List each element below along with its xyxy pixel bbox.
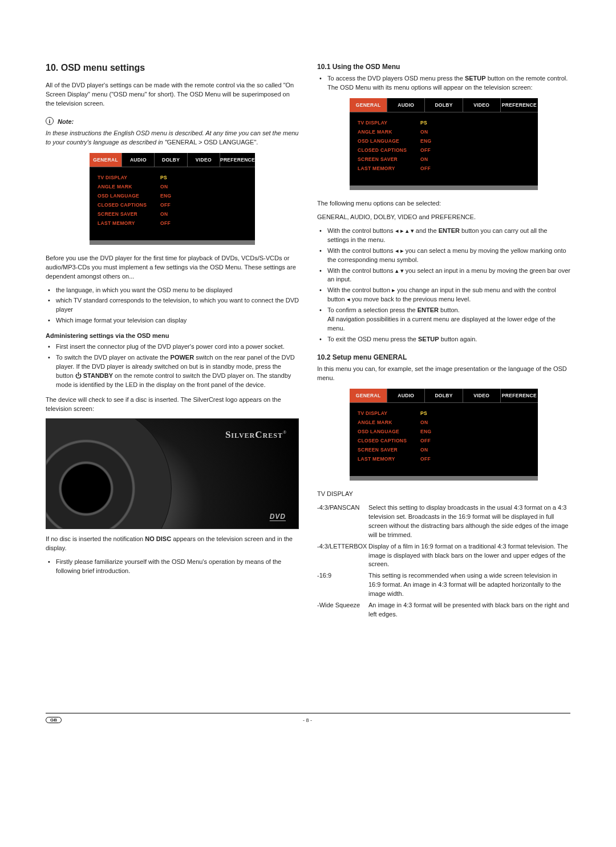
silvercrest-logo: SSILVERCRESTilverCrest®	[225, 429, 287, 441]
note-heading: i Note:	[46, 118, 299, 126]
tv-display-head: TV DISPLAY	[317, 490, 570, 499]
list-item: Firstly please familiarize yourself with…	[56, 558, 299, 576]
list-item: which TV standard corresponds to the tel…	[56, 296, 299, 314]
osd-tab-video: VIDEO	[188, 153, 220, 167]
osd-tab-video: VIDEO	[463, 389, 501, 402]
osd-tab-general: GENERAL	[90, 153, 122, 167]
region-badge: GB	[46, 717, 62, 723]
osd-tab-dolby: DOLBY	[425, 98, 463, 112]
heading-10-1: 10.1 Using the OSD Menu	[317, 63, 570, 71]
osd-tab-dolby: DOLBY	[425, 389, 463, 402]
osd-body: TV DISPLAYPS ANGLE MARKON OSD LANGUAGEEN…	[350, 403, 538, 467]
osd-body: TV DISPLAYPS ANGLE MARKON OSD LANGUAGEEN…	[90, 167, 255, 231]
table-row: -4:3/PANSCANSelect this setting to displ…	[317, 503, 570, 540]
table-row: -Wide SqueezeAn image in 4:3 format will…	[317, 601, 570, 619]
osd-footer-bar	[90, 240, 255, 245]
h102-intro: In this menu you can, for example, set t…	[317, 365, 570, 383]
controls-list: With the control buttons ◂ ▸ ▴ ▾ and the…	[317, 227, 570, 344]
heading-10-2: 10.2 Setup menu GENERAL	[317, 353, 570, 361]
list-item: With the control buttons ◂ ▸ you can sel…	[327, 247, 570, 265]
osd-tab-preference: PREFERENCE	[501, 389, 538, 402]
disc-graphic	[46, 418, 172, 529]
page-columns: 10. OSD menu settings All of the DVD pla…	[46, 63, 570, 622]
list-item: First insert the connector plug of the D…	[56, 342, 299, 352]
list-item: To switch the DVD player on activate the…	[56, 353, 299, 390]
osd-tab-general: GENERAL	[350, 389, 387, 402]
tv-display-table: -4:3/PANSCANSelect this setting to displ…	[317, 503, 570, 619]
intro-paragraph: All of the DVD player's settings can be …	[46, 81, 299, 108]
admin-heading: Administering settings via the OSD menu	[46, 332, 299, 339]
note-body: In these instructions the English OSD me…	[46, 129, 299, 147]
left-column: 10. OSD menu settings All of the DVD pla…	[46, 63, 299, 622]
arrow-left-icon: ◂	[347, 296, 352, 302]
list-item: With the control buttons ◂ ▸ ▴ ▾ and the…	[327, 227, 570, 245]
footer-rule	[46, 713, 570, 713]
access-list: To access the DVD players OSD menu press…	[317, 74, 570, 92]
osd-tab-video: VIDEO	[463, 98, 501, 112]
arrow-right-icon: ▸	[392, 287, 397, 293]
osd-footer-bar	[350, 476, 538, 481]
osd-tab-audio: AUDIO	[387, 389, 425, 402]
osd-panel: GENERAL AUDIO DOLBY VIDEO PREFERENCE TV …	[350, 98, 538, 190]
osd-tab-preference: PREFERENCE	[501, 98, 538, 112]
list-item: Which image format your television can d…	[56, 316, 299, 325]
page-number: - 8 -	[303, 717, 312, 723]
no-disc-paragraph: If no disc is inserted the notification …	[46, 535, 299, 553]
menu-names: GENERAL, AUDIO, DOLBY, VIDEO and PREFERE…	[317, 213, 570, 222]
osd-tabs: GENERAL AUDIO DOLBY VIDEO PREFERENCE	[350, 389, 538, 403]
splash-image: SSILVERCRESTilverCrest® DVD	[46, 418, 299, 529]
arrow-icons: ◂ ▸ ▴ ▾	[395, 227, 414, 234]
dvd-logo: DVD	[270, 513, 286, 521]
list-item: With the control buttons ▴ ▾ you select …	[327, 267, 570, 285]
list-item: With the control button ▸ you change an …	[327, 286, 570, 304]
before-use-paragraph: Before you use the DVD player for the fi…	[46, 254, 299, 281]
device-check-paragraph: The device will check to see if a disc i…	[46, 396, 299, 414]
list-item: To access the DVD players OSD menu press…	[327, 74, 570, 92]
osd-body: TV DISPLAYPS ANGLE MARKON OSD LANGUAGEEN…	[350, 112, 538, 176]
table-row: -16:9This setting is recommended when us…	[317, 571, 570, 599]
page-footer: GB - 8 -	[46, 713, 570, 723]
osd-panel: GENERAL AUDIO DOLBY VIDEO PREFERENCE TV …	[350, 389, 538, 481]
admin-list: First insert the connector plug of the D…	[46, 342, 299, 390]
follow-line: The following menu options can be select…	[317, 199, 570, 208]
osd-footer-bar	[350, 185, 538, 190]
osd-tab-general: GENERAL	[350, 98, 387, 112]
osd-tabs: GENERAL AUDIO DOLBY VIDEO PREFERENCE	[350, 98, 538, 112]
table-row: -4:3/LETTERBOXDisplay of a film in 16:9 …	[317, 542, 570, 570]
list-item: To confirm a selection press the ENTER b…	[327, 306, 570, 333]
osd-tab-audio: AUDIO	[387, 98, 425, 112]
list-item: To exit the OSD menu press the SETUP but…	[327, 335, 570, 344]
depends-list: the language, in which you want the OSD …	[46, 286, 299, 326]
familiarize-list: Firstly please familiarize yourself with…	[46, 558, 299, 576]
osd-tab-dolby: DOLBY	[155, 153, 187, 167]
list-item: the language, in which you want the OSD …	[56, 286, 299, 295]
info-icon: i	[46, 117, 54, 125]
arrow-icons: ◂ ▸	[395, 247, 404, 254]
osd-tab-preference: PREFERENCE	[220, 153, 255, 167]
right-column: 10.1 Using the OSD Menu To access the DV…	[317, 63, 570, 622]
standby-icon: ⏻	[75, 372, 83, 379]
osd-panel: GENERAL AUDIO DOLBY VIDEO PREFERENCE TV …	[90, 153, 255, 245]
section-title: 10. OSD menu settings	[46, 63, 299, 73]
osd-tab-audio: AUDIO	[122, 153, 155, 167]
osd-tabs: GENERAL AUDIO DOLBY VIDEO PREFERENCE	[90, 153, 255, 167]
arrow-icons: ▴ ▾	[395, 267, 404, 274]
note-label: Note:	[58, 118, 74, 125]
